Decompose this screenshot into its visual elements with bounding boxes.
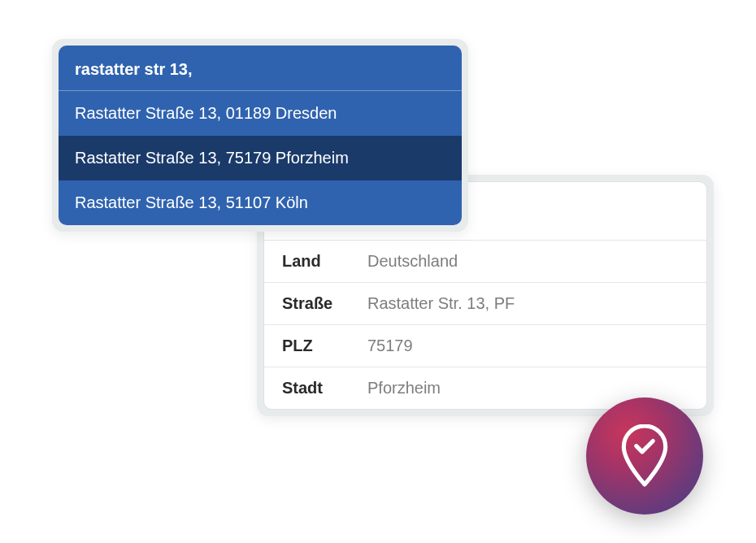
detail-value: Pforzheim — [367, 379, 441, 397]
autocomplete-panel: rastatter str 13, Rastatter Straße 13, 0… — [52, 39, 468, 232]
search-query[interactable]: rastatter str 13, — [59, 46, 462, 91]
detail-label: Stadt — [282, 379, 367, 397]
detail-value: Deutschland — [367, 252, 458, 271]
location-check-icon — [619, 424, 670, 488]
detail-value: 75179 — [367, 337, 413, 355]
location-verified-badge — [586, 397, 703, 515]
suggestion-item[interactable]: Rastatter Straße 13, 51107 Köln — [59, 180, 462, 225]
detail-value: Rastatter Str. 13, PF — [367, 294, 515, 313]
detail-label: Land — [282, 252, 367, 271]
detail-label: PLZ — [282, 337, 367, 355]
autocomplete-inner: rastatter str 13, Rastatter Straße 13, 0… — [59, 46, 462, 225]
detail-row: LandDeutschland — [264, 241, 706, 283]
detail-row: StraßeRastatter Str. 13, PF — [264, 283, 706, 325]
suggestion-item[interactable]: Rastatter Straße 13, 75179 Pforzheim — [59, 136, 462, 180]
detail-label: Straße — [282, 294, 367, 313]
suggestion-item[interactable]: Rastatter Straße 13, 01189 Dresden — [59, 91, 462, 136]
detail-row: PLZ75179 — [264, 325, 706, 367]
